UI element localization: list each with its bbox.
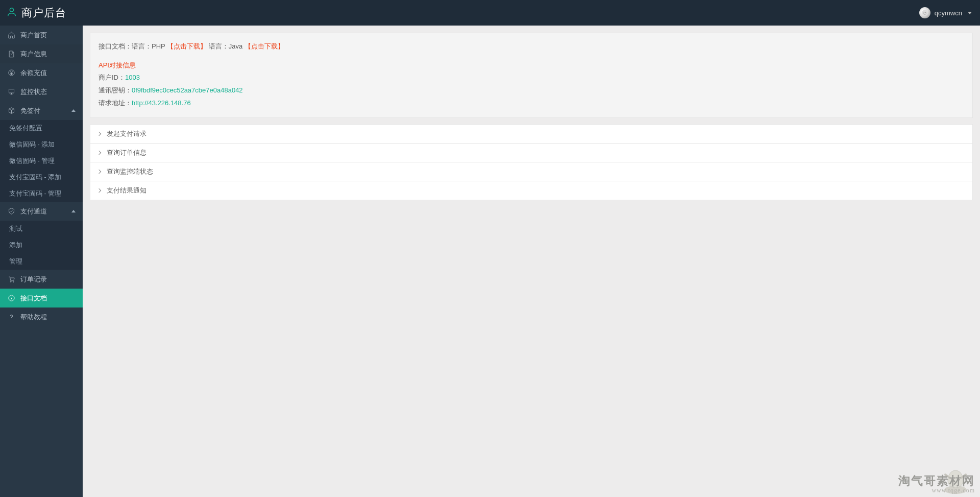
download-php-link[interactable]: 【点击下载】 <box>167 42 207 50</box>
accordion-item-0: 发起支付请求 <box>90 124 973 144</box>
cart-icon <box>7 275 15 283</box>
sidebar-item-label: 接口文档 <box>20 294 47 303</box>
svg-point-6 <box>10 281 11 282</box>
watermark: 淘气哥素材网 www.tqge.com <box>898 475 975 494</box>
svg-rect-5 <box>9 89 14 93</box>
username: qcymwcn <box>935 9 962 17</box>
sidebar-subitem-4-2[interactable]: 微信固码 - 管理 <box>0 153 83 169</box>
accordion-title: 查询监控端状态 <box>107 167 153 176</box>
chevron-right-icon <box>97 132 101 136</box>
accordion-item-2: 查询监控端状态 <box>90 162 973 181</box>
sidebar-item-label: 余额充值 <box>20 68 47 78</box>
merchant-id-line: 商户ID：1003 <box>99 72 964 84</box>
sidebar-item-5[interactable]: 支付通道 <box>0 202 83 221</box>
merchant-id-value[interactable]: 1003 <box>125 74 140 81</box>
sidebar-item-4[interactable]: 免签付 <box>0 101 83 120</box>
shield-icon <box>7 207 15 216</box>
sidebar-item-2[interactable]: 余额充值 <box>0 63 83 82</box>
api-accordion: 发起支付请求查询订单信息查询监控端状态支付结果通知 <box>90 124 973 200</box>
sidebar-item-label: 商户首页 <box>20 31 47 40</box>
chevron-up-icon <box>71 109 76 112</box>
accordion-title: 查询订单信息 <box>107 148 146 157</box>
user-outline-icon <box>6 6 17 20</box>
sidebar-item-label: 免签付 <box>20 106 40 115</box>
watermark-text-1: 淘气哥素材网 <box>898 475 975 487</box>
svg-point-0 <box>10 8 13 11</box>
sidebar-subitem-5-0[interactable]: 测试 <box>0 221 83 237</box>
sidebar-subitem-4-1[interactable]: 微信固码 - 添加 <box>0 136 83 153</box>
main-content: 接口文档：语言：PHP 【点击下载】 语言：Java 【点击下载】 API对接信… <box>83 26 980 497</box>
sidebar-subitem-5-2[interactable]: 管理 <box>0 253 83 270</box>
sidebar-subitem-4-3[interactable]: 支付宝固码 - 添加 <box>0 169 83 185</box>
request-url-value[interactable]: http://43.226.148.76 <box>132 99 191 107</box>
accordion-header-3[interactable]: 支付结果通知 <box>90 181 972 200</box>
sidebar-submenu-4: 免签付配置微信固码 - 添加微信固码 - 管理支付宝固码 - 添加支付宝固码 -… <box>0 120 83 202</box>
home-icon <box>7 31 15 39</box>
sidebar-subitem-4-4[interactable]: 支付宝固码 - 管理 <box>0 185 83 202</box>
api-section-title: API对接信息 <box>99 59 964 72</box>
accordion-header-2[interactable]: 查询监控端状态 <box>90 162 972 181</box>
sidebar: 商户首页商户信息余额充值监控状态免签付免签付配置微信固码 - 添加微信固码 - … <box>0 26 83 497</box>
sidebar-item-label: 商户信息 <box>20 50 47 59</box>
svg-point-2 <box>923 12 924 13</box>
svg-point-3 <box>925 12 926 13</box>
sidebar-item-0[interactable]: 商户首页 <box>0 26 83 44</box>
info-icon <box>7 294 15 302</box>
sidebar-item-7[interactable]: 接口文档 <box>0 289 83 307</box>
api-key-line: 通讯密钥：0f9fbdf9ec0cec52aa7cbe7e0a48a042 <box>99 84 964 97</box>
monitor-icon <box>7 88 15 96</box>
user-menu[interactable]: qcymwcn <box>919 7 972 18</box>
app-header: 商户后台 qcymwcn <box>0 0 980 26</box>
caret-down-icon <box>968 12 972 14</box>
accordion-title: 发起支付请求 <box>107 129 146 138</box>
app-title: 商户后台 <box>21 6 66 20</box>
accordion-title: 支付结果通知 <box>107 186 146 195</box>
api-info-card: 接口文档：语言：PHP 【点击下载】 语言：Java 【点击下载】 API对接信… <box>90 33 973 118</box>
watermark-text-2: www.tqge.com <box>898 487 975 494</box>
sidebar-item-8[interactable]: 帮助教程 <box>0 307 83 326</box>
svg-point-7 <box>13 281 14 282</box>
chevron-right-icon <box>97 188 101 193</box>
sidebar-subitem-4-0[interactable]: 免签付配置 <box>0 120 83 136</box>
yen-icon <box>7 69 15 77</box>
api-key-value[interactable]: 0f9fbdf9ec0cec52aa7cbe7e0a48a042 <box>132 86 243 94</box>
box-icon <box>7 107 15 115</box>
sidebar-item-label: 监控状态 <box>20 87 47 97</box>
download-java-link[interactable]: 【点击下载】 <box>244 42 284 50</box>
doc-download-line: 接口文档：语言：PHP 【点击下载】 语言：Java 【点击下载】 <box>99 40 964 53</box>
sidebar-item-3[interactable]: 监控状态 <box>0 82 83 101</box>
accordion-item-1: 查询订单信息 <box>90 144 973 162</box>
chevron-right-icon <box>97 170 101 174</box>
request-url-line: 请求地址：http://43.226.148.76 <box>99 97 964 110</box>
sidebar-subitem-5-1[interactable]: 添加 <box>0 237 83 253</box>
sidebar-item-label: 帮助教程 <box>20 313 47 322</box>
sidebar-item-1[interactable]: 商户信息 <box>0 44 83 63</box>
sidebar-item-label: 订单记录 <box>20 275 47 284</box>
chevron-right-icon <box>97 151 101 155</box>
accordion-item-3: 支付结果通知 <box>90 181 973 200</box>
svg-point-1 <box>922 10 928 16</box>
sidebar-item-6[interactable]: 订单记录 <box>0 270 83 289</box>
accordion-header-0[interactable]: 发起支付请求 <box>90 125 972 143</box>
sidebar-item-label: 支付通道 <box>20 207 47 216</box>
help-icon <box>7 313 15 321</box>
sidebar-submenu-5: 测试添加管理 <box>0 221 83 270</box>
doc-icon <box>7 50 15 58</box>
accordion-header-1[interactable]: 查询订单信息 <box>90 144 972 162</box>
chevron-up-icon <box>71 210 76 212</box>
app-logo: 商户后台 <box>6 6 66 20</box>
avatar-icon <box>919 7 930 18</box>
